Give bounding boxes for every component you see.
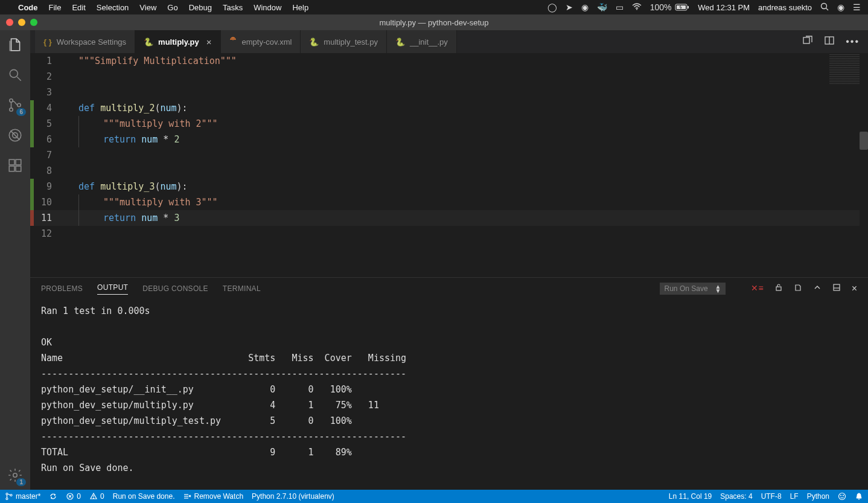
status-warnings[interactable]: 0 — [89, 492, 104, 501]
python-icon: 🐍 — [144, 37, 153, 46]
panel-tab-debug-console[interactable]: DEBUG CONSOLE — [142, 284, 208, 293]
tab-empty-cov[interactable]: empty-cov.xml — [221, 30, 301, 53]
tray-display-icon[interactable]: ▭ — [616, 2, 624, 12]
status-eol[interactable]: LF — [790, 492, 799, 501]
more-actions-icon[interactable]: ••• — [846, 36, 860, 47]
menu-view[interactable]: View — [139, 3, 156, 12]
split-editor-icon[interactable] — [824, 35, 835, 48]
code-line[interactable]: 1"""Simplify Multiplication""" — [30, 53, 868, 69]
tab-init[interactable]: 🐍 __init__.py — [387, 30, 457, 53]
menu-tasks[interactable]: Tasks — [223, 3, 243, 12]
window-maximize-button[interactable] — [30, 19, 37, 26]
status-feedback-icon[interactable] — [838, 492, 846, 501]
code-line[interactable]: 2 — [30, 69, 868, 85]
status-branch[interactable]: master* — [5, 492, 40, 501]
activity-extensions-icon[interactable] — [7, 157, 24, 174]
line-number: 2 — [34, 69, 64, 85]
status-bell-icon[interactable] — [855, 492, 863, 501]
menu-window[interactable]: Window — [254, 3, 281, 12]
status-encoding[interactable]: UTF-8 — [761, 492, 782, 501]
status-errors[interactable]: 0 — [66, 492, 81, 501]
tray-user[interactable]: andreas suekto — [758, 3, 812, 12]
code-line[interactable]: 11return num * 3 — [30, 210, 868, 226]
line-content: def multiply_2(num): — [64, 100, 188, 116]
menu-app[interactable]: Code — [18, 3, 38, 12]
menu-selection[interactable]: Selection — [97, 3, 129, 12]
svg-point-4 — [822, 3, 827, 8]
clear-output-icon[interactable]: ✕≡ — [751, 283, 763, 294]
code-line[interactable]: 5"""multiply with 2""" — [30, 116, 868, 132]
panel-tab-terminal[interactable]: TERMINAL — [223, 284, 261, 293]
line-content — [64, 163, 78, 179]
svg-point-9 — [10, 108, 13, 111]
menu-help[interactable]: Help — [292, 3, 308, 12]
line-number: 10 — [34, 194, 64, 210]
activity-debug-icon[interactable] — [7, 127, 24, 144]
svg-rect-19 — [803, 37, 809, 43]
code-line[interactable]: 6return num * 2 — [30, 132, 868, 147]
maximize-panel-icon[interactable] — [832, 283, 841, 294]
status-bar: master* 0 0 Run on Save done. Remove Wat… — [0, 490, 868, 503]
panel-tab-problems[interactable]: PROBLEMS — [41, 284, 83, 293]
activity-search-icon[interactable] — [7, 66, 24, 83]
menu-file[interactable]: File — [49, 3, 62, 12]
window-close-button[interactable] — [6, 19, 13, 26]
activity-explorer-icon[interactable] — [7, 36, 24, 53]
menu-go[interactable]: Go — [167, 3, 177, 12]
tray-notifications-icon[interactable]: ☰ — [853, 2, 861, 12]
line-number: 8 — [34, 163, 64, 179]
xml-icon — [229, 37, 237, 46]
close-icon[interactable]: × — [206, 37, 212, 47]
tray-docker-icon[interactable]: 🐳 — [597, 2, 607, 12]
tray-wifi-icon[interactable] — [632, 2, 642, 12]
window-minimize-button[interactable] — [18, 19, 25, 26]
tray-clock[interactable]: Wed 12:31 PM — [698, 3, 750, 12]
activity-scm-icon[interactable]: 6 — [7, 97, 24, 114]
tab-label: empty-cov.xml — [242, 37, 292, 46]
minimap[interactable] — [829, 54, 860, 85]
collapse-panel-icon[interactable] — [813, 283, 822, 294]
status-language[interactable]: Python — [807, 492, 829, 501]
tab-multiply-test[interactable]: 🐍 multiply_test.py — [301, 30, 387, 53]
code-editor[interactable]: 1"""Simplify Multiplication"""234def mul… — [30, 53, 868, 277]
tray-circle-icon[interactable]: ◯ — [547, 2, 557, 12]
svg-point-25 — [6, 493, 8, 495]
tray-line-icon[interactable]: ◉ — [581, 2, 589, 12]
activity-settings-icon[interactable]: 1 — [7, 467, 24, 484]
line-content — [64, 147, 78, 163]
menu-debug[interactable]: Debug — [189, 3, 212, 12]
panel-tab-output[interactable]: OUTPUT — [97, 283, 128, 295]
status-python[interactable]: Python 2.7.10 (virtualenv) — [252, 492, 334, 501]
menu-edit[interactable]: Edit — [72, 3, 85, 12]
compare-changes-icon[interactable] — [802, 35, 813, 48]
lock-scroll-icon[interactable] — [774, 283, 783, 294]
status-indentation[interactable]: Spaces: 4 — [720, 492, 752, 501]
line-number: 9 — [34, 179, 64, 194]
status-sync[interactable] — [49, 492, 57, 501]
tray-siri-icon[interactable]: ◉ — [837, 2, 844, 12]
select-value: Run On Save — [665, 284, 708, 293]
close-panel-icon[interactable]: × — [852, 283, 857, 294]
tray-spotlight-icon[interactable] — [820, 2, 829, 13]
status-cursor-position[interactable]: Ln 11, Col 19 — [669, 492, 712, 501]
code-line[interactable]: 9def multiply_3(num): — [30, 179, 868, 194]
output-channel-select[interactable]: Run On Save ▲▼ — [660, 283, 726, 295]
code-line[interactable]: 7 — [30, 147, 868, 163]
tray-battery-icon[interactable]: 100% — [650, 2, 690, 12]
code-line[interactable]: 4def multiply_2(num): — [30, 100, 868, 116]
tray-location-icon[interactable]: ➤ — [566, 2, 573, 12]
svg-rect-2 — [688, 6, 689, 8]
tab-multiply[interactable]: 🐍 multiply.py × — [135, 30, 220, 53]
svg-point-17 — [13, 473, 18, 478]
code-line[interactable]: 8 — [30, 163, 868, 179]
scrollbar-track[interactable] — [860, 53, 868, 277]
scrollbar-thumb[interactable] — [860, 132, 868, 150]
status-remove-watch[interactable]: Remove Watch — [183, 492, 243, 501]
status-run-on-save[interactable]: Run on Save done. — [113, 492, 175, 501]
code-line[interactable]: 3 — [30, 85, 868, 100]
output-content[interactable]: Ran 1 test in 0.000s OK Name Stmts Miss … — [30, 300, 868, 490]
code-line[interactable]: 12 — [30, 226, 868, 242]
tab-workspace-settings[interactable]: { } Workspace Settings — [35, 30, 135, 53]
open-log-icon[interactable] — [794, 283, 802, 294]
code-line[interactable]: 10"""multiply with 3""" — [30, 194, 868, 210]
